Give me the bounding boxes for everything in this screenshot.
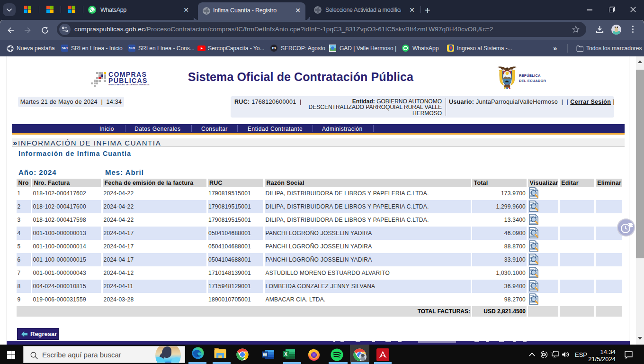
svg-text:X: X	[284, 352, 287, 357]
svg-text:W: W	[263, 352, 268, 357]
